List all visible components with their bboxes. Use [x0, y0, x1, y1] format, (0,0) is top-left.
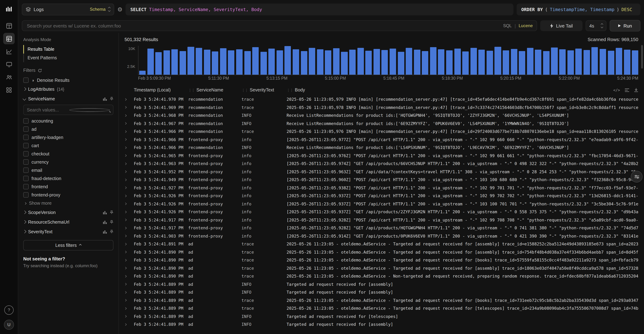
histogram-bar[interactable] — [374, 49, 380, 75]
histogram-bar[interactable] — [454, 49, 461, 75]
histogram-bar[interactable] — [422, 51, 428, 75]
histogram-bar[interactable] — [478, 50, 485, 75]
row-expand-chevron[interactable] — [124, 147, 134, 149]
checkbox[interactable] — [23, 127, 28, 132]
histogram-bar[interactable] — [592, 47, 598, 75]
sessions-icon[interactable] — [3, 59, 15, 70]
pin-icon[interactable] — [110, 220, 114, 224]
bar-chart-icon[interactable] — [103, 220, 107, 224]
histogram-bar[interactable] — [284, 46, 291, 75]
row-expand-chevron[interactable] — [124, 171, 134, 173]
histogram-bar[interactable] — [575, 48, 582, 75]
row-density-icon[interactable] — [625, 88, 629, 92]
code-view-icon[interactable] — [613, 88, 620, 93]
table-row[interactable]: Feb 3 5:24:41.970 PM recommendation trac… — [124, 95, 638, 103]
histogram-bar[interactable] — [527, 48, 534, 75]
histogram-bar[interactable] — [551, 47, 558, 75]
scrollbar-thumb[interactable] — [641, 45, 643, 69]
col-header-servicename[interactable]: ServiceName — [188, 88, 242, 93]
search-logs-icon[interactable] — [3, 33, 15, 44]
histogram-bar[interactable] — [260, 52, 267, 75]
histogram-bar[interactable] — [309, 48, 315, 75]
refresh-interval-select[interactable]: 4s — [586, 20, 606, 31]
histogram-bar[interactable] — [600, 49, 606, 75]
drag-grip-icon[interactable] — [188, 88, 196, 93]
row-expand-chevron[interactable] — [124, 139, 134, 141]
row-expand-chevron[interactable] — [124, 219, 134, 221]
row-expand-chevron[interactable] — [124, 316, 134, 317]
facet-value-row[interactable]: cart — [23, 142, 114, 150]
mode-lucene-toggle[interactable]: Lucene — [518, 23, 533, 28]
histogram-bar[interactable] — [252, 47, 259, 75]
col-header-severitytext[interactable]: SeverityText — [242, 88, 286, 93]
histogram-bar[interactable] — [204, 50, 210, 75]
histogram-bar[interactable] — [155, 52, 162, 75]
row-expand-chevron[interactable] — [124, 235, 134, 237]
histogram-bar[interactable] — [462, 51, 469, 75]
row-expand-chevron[interactable] — [124, 115, 134, 117]
facet-value-row[interactable]: email — [23, 166, 114, 174]
histogram-bar[interactable] — [414, 50, 420, 75]
facet-scopeversion[interactable]: ScopeVersion — [23, 207, 114, 217]
table-row[interactable]: Feb 3 5:24:41.949 PM frontend-proxy info… — [124, 176, 638, 184]
facet-value-row[interactable]: currency — [23, 158, 114, 166]
mode-results-table[interactable]: Results Table — [23, 45, 114, 54]
histogram-bar[interactable] — [446, 50, 452, 75]
row-expand-chevron[interactable] — [124, 155, 134, 157]
chart-explorer-icon[interactable] — [3, 46, 15, 57]
checkbox[interactable] — [23, 118, 28, 124]
pin-icon[interactable] — [110, 97, 114, 101]
table-row[interactable]: Feb 3 5:24:41.966 PM frontend-proxy info… — [124, 136, 638, 144]
table-row[interactable]: Feb 3 5:24:41.926 PM frontend-proxy info… — [124, 200, 638, 208]
bar-chart-icon[interactable] — [103, 97, 107, 101]
checkbox[interactable] — [23, 159, 28, 165]
checkbox[interactable] — [23, 184, 28, 189]
row-expand-chevron[interactable] — [124, 324, 134, 326]
histogram-bar[interactable] — [349, 50, 356, 75]
facet-value-row[interactable]: frontend-proxy — [23, 191, 114, 199]
row-expand-chevron[interactable] — [124, 292, 134, 293]
table-row[interactable]: Feb 3 5:24:41.963 PM frontend-proxy info… — [124, 160, 638, 168]
row-expand-chevron[interactable] — [124, 251, 134, 253]
checkbox[interactable] — [23, 167, 28, 173]
facet-resourceschemaurl[interactable]: ResourceSchemaUrl — [23, 217, 114, 227]
histogram-bar[interactable] — [495, 47, 501, 75]
less-filters-button[interactable]: Less filters — [23, 240, 114, 250]
row-expand-chevron[interactable] — [124, 267, 134, 269]
source-select[interactable]: Logs Schema — [22, 3, 114, 15]
checkbox[interactable] — [23, 151, 28, 157]
histogram-bar[interactable] — [438, 49, 444, 75]
drag-grip-icon[interactable] — [242, 88, 250, 93]
histogram-bar[interactable] — [325, 50, 332, 75]
denoise-results-checkbox[interactable]: ◑ Denoise Results — [23, 76, 114, 84]
histogram-bar[interactable] — [244, 51, 250, 75]
histogram-bar[interactable] — [268, 49, 275, 75]
row-expand-chevron[interactable] — [124, 227, 134, 229]
histogram-bar[interactable] — [301, 51, 307, 75]
histogram-bar[interactable] — [236, 49, 242, 75]
show-more-link[interactable]: Show more — [23, 199, 114, 207]
histogram-bar[interactable] — [430, 47, 436, 75]
row-expand-chevron[interactable] — [124, 300, 134, 301]
row-expand-chevron[interactable] — [124, 195, 134, 197]
table-row[interactable]: Feb 3 5:24:41.890 PM ad trace 2025-05-26… — [124, 264, 638, 272]
mode-event-patterns[interactable]: Event Patterns — [23, 54, 114, 62]
histogram-bar[interactable] — [632, 50, 638, 75]
facet-value-search[interactable]: Search values... — [23, 105, 114, 115]
row-expand-chevron[interactable] — [124, 187, 134, 189]
histogram-bar[interactable] — [188, 47, 194, 75]
histogram-bar[interactable] — [503, 50, 509, 75]
mode-sql-toggle[interactable]: SQL — [503, 23, 512, 28]
histogram-bar[interactable] — [212, 51, 218, 75]
facet-logattributes[interactable]: LogAttributes {14} — [23, 84, 114, 94]
histogram-bar[interactable] — [616, 48, 622, 75]
facet-value-row[interactable]: artillery-loadgen — [23, 133, 114, 142]
histogram-bar[interactable] — [608, 51, 614, 75]
table-row[interactable]: Feb 3 5:24:41.889 PM ad trace 2025-05-26… — [124, 304, 638, 312]
histogram-bar[interactable] — [317, 49, 323, 75]
table-row[interactable]: Feb 3 5:24:41.889 PM ad INFO Targeted ad… — [124, 312, 638, 321]
row-expand-chevron[interactable] — [124, 131, 134, 133]
row-expand-chevron[interactable] — [124, 179, 134, 181]
table-row[interactable]: Feb 3 5:24:41.926 PM frontend-proxy info… — [124, 192, 638, 200]
download-icon[interactable] — [634, 88, 638, 92]
